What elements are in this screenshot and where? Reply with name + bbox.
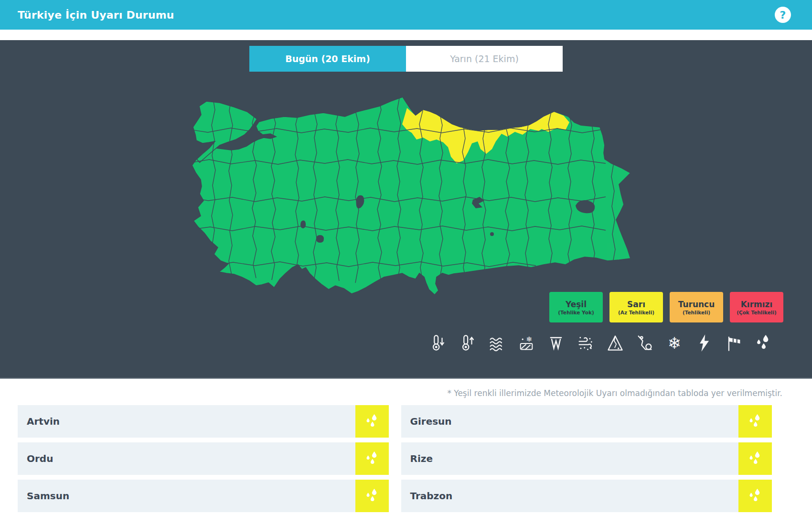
rain-warning-icon[interactable] (355, 405, 389, 438)
blowing-snow-icon (577, 333, 594, 353)
province-name: Giresun (401, 405, 739, 438)
thunderstorm-icon (696, 333, 712, 353)
svg-text:❄: ❄ (526, 335, 532, 343)
warning-map-panel: Bugün (20 Ekim) Yarın (21 Ekim) (0, 40, 812, 379)
province-name: Artvin (18, 405, 355, 438)
rain-warning-icon[interactable] (738, 442, 772, 475)
table-row[interactable]: Trabzon (401, 480, 772, 512)
legend-red: Kırmızı(Çok Tehlikeli) (730, 292, 783, 322)
province-warning-table: Artvin Giresun Ordu Rize Samsun (18, 405, 772, 512)
help-icon[interactable]: ? (775, 7, 791, 23)
hazard-icon-strip: ❄ ❄ (429, 333, 771, 353)
tab-tomorrow[interactable]: Yarın (21 Ekim) (406, 46, 563, 72)
page-title: Türkiye İçin Uyarı Durumu (18, 9, 174, 21)
rough-sea-icon (489, 333, 505, 353)
day-tabs: Bugün (20 Ekim) Yarın (21 Ekim) (249, 46, 563, 72)
high-temperature-icon (459, 333, 475, 353)
table-row[interactable]: Rize (401, 442, 772, 475)
agricultural-frost-icon: ❄ (518, 333, 534, 353)
header-spacer (0, 30, 812, 40)
warning-table-section: * Yeşil renkli illerimizde Meteorolojik … (0, 379, 812, 512)
avalanche-icon (607, 333, 623, 353)
low-temperature-icon (429, 333, 446, 353)
table-row[interactable]: Ordu (18, 442, 389, 475)
table-row[interactable]: Artvin (18, 405, 389, 438)
rain-warning-icon[interactable] (355, 442, 389, 475)
province-name: Trabzon (401, 480, 739, 512)
legend-orange: Turuncu(Tehlikeli) (670, 292, 723, 322)
green-provinces-footnote: * Yeşil renkli illerimizde Meteorolojik … (0, 388, 782, 401)
severity-legend: Yeşil(Tehlike Yok) Sarı(Az Tehlikeli) Tu… (549, 292, 783, 322)
rain-warning-icon[interactable] (355, 480, 389, 512)
icing-icon (548, 333, 564, 353)
rain-warning-icon[interactable] (738, 405, 772, 438)
province-name: Rize (401, 442, 739, 475)
table-row[interactable]: Samsun (18, 480, 389, 512)
table-row[interactable]: Giresun (401, 405, 772, 438)
title-bar: Türkiye İçin Uyarı Durumu ? (0, 0, 812, 30)
tab-today[interactable]: Bugün (20 Ekim) (249, 46, 406, 72)
snow-icon: ❄ (666, 333, 683, 353)
turkey-warning-map[interactable] (186, 96, 635, 296)
province-name: Ordu (18, 442, 355, 475)
legend-green: Yeşil(Tehlike Yok) (549, 292, 603, 322)
rockfall-icon (637, 333, 653, 353)
rain-warning-icon[interactable] (738, 480, 772, 512)
svg-text:❄: ❄ (668, 334, 681, 352)
rain-icon (755, 333, 771, 353)
province-name: Samsun (18, 480, 355, 512)
strong-wind-icon (726, 333, 742, 353)
legend-yellow: Sarı(Az Tehlikeli) (609, 292, 663, 322)
